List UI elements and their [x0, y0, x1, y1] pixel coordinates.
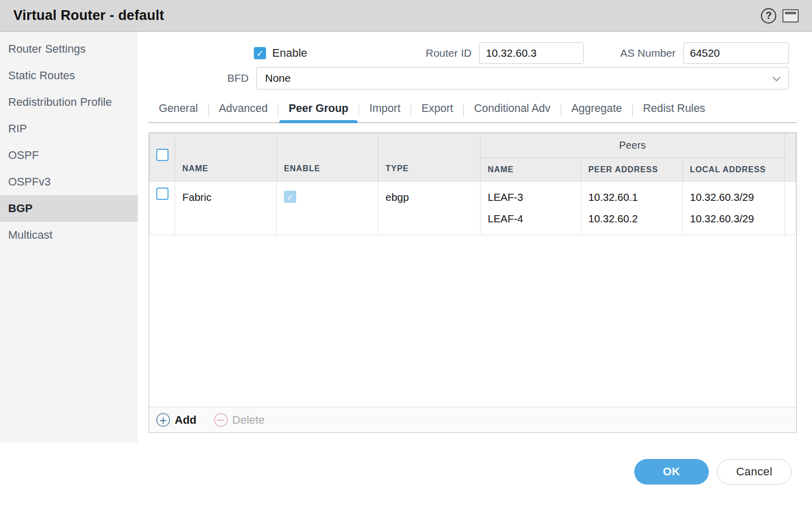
- tab-peer-group[interactable]: Peer Group: [278, 102, 359, 122]
- chevron-down-icon: [773, 74, 781, 82]
- cancel-button[interactable]: Cancel: [717, 459, 792, 485]
- sidebar-item-bgp[interactable]: BGP: [0, 195, 138, 222]
- peer-name: LEAF-3: [488, 187, 581, 208]
- select-all-checkbox[interactable]: [156, 149, 169, 161]
- add-button[interactable]: + Add: [156, 413, 197, 427]
- tab-redist-rules[interactable]: Redist Rules: [633, 102, 715, 122]
- help-icon[interactable]: ?: [761, 8, 776, 24]
- peer-group-table: NAME ENABLE TYPE Peers NAME PEER ADDRESS…: [149, 133, 796, 235]
- sidebar-item-ospfv3[interactable]: OSPFv3: [0, 169, 138, 195]
- local-address: 10.32.60.3/29: [690, 187, 784, 208]
- page-title: Virtual Router - default: [13, 8, 164, 24]
- cell-local-addresses: 10.32.60.3/29 10.32.60.3/29: [683, 181, 785, 235]
- column-header-local-address[interactable]: LOCAL ADDRESS: [683, 158, 785, 181]
- tab-export[interactable]: Export: [411, 102, 463, 122]
- gutter-cell: [785, 181, 796, 235]
- sidebar-item-static-routes[interactable]: Static Routes: [0, 62, 138, 89]
- sidebar-item-ospf[interactable]: OSPF: [0, 142, 138, 169]
- plus-circle-icon: +: [156, 413, 170, 427]
- list-footer: + Add − Delete: [149, 407, 796, 432]
- enable-label: Enable: [272, 47, 307, 60]
- minus-circle-icon: −: [214, 413, 228, 427]
- cell-name: Fabric: [175, 181, 277, 235]
- router-id-input[interactable]: [479, 42, 584, 64]
- ok-button[interactable]: OK: [634, 459, 709, 485]
- column-header-peer-address[interactable]: PEER ADDRESS: [581, 158, 683, 181]
- row-select-checkbox[interactable]: [156, 188, 169, 200]
- peer-address: 10.32.60.1: [588, 187, 682, 208]
- delete-button[interactable]: − Delete: [214, 413, 265, 427]
- peer-group-list: NAME ENABLE TYPE Peers NAME PEER ADDRESS…: [149, 132, 797, 433]
- sidebar-item-rip[interactable]: RIP: [0, 116, 138, 142]
- bfd-label: BFD: [149, 72, 249, 84]
- peer-address: 10.32.60.2: [588, 208, 682, 229]
- bgp-tabbar: General Advanced Peer Group Import Expor…: [149, 100, 797, 123]
- dialog-actions: OK Cancel: [634, 459, 792, 485]
- cell-peer-names: LEAF-3 LEAF-4: [481, 181, 581, 235]
- sidebar: Router Settings Static Routes Redistribu…: [0, 32, 138, 443]
- sidebar-item-router-settings[interactable]: Router Settings: [0, 36, 138, 62]
- tab-general[interactable]: General: [149, 102, 208, 122]
- column-header-peer-name[interactable]: NAME: [481, 158, 581, 181]
- cell-type: ebgp: [378, 181, 481, 235]
- table-row[interactable]: Fabric ebgp LEAF-3 LEAF-4 10.32.60.1 10.…: [150, 181, 796, 235]
- peer-name: LEAF-4: [488, 208, 581, 229]
- bfd-selected-value: None: [265, 72, 291, 84]
- window-icon[interactable]: [782, 9, 799, 22]
- bgp-panel: Enable Router ID AS Number BFD None Gene…: [138, 32, 812, 505]
- column-header-enable[interactable]: ENABLE: [277, 133, 378, 181]
- column-group-peers: Peers: [481, 133, 785, 158]
- tab-advanced[interactable]: Advanced: [209, 102, 278, 122]
- as-number-input[interactable]: [683, 42, 789, 64]
- as-number-label: AS Number: [620, 47, 676, 59]
- row-enable-checkbox: [284, 191, 296, 203]
- tab-import[interactable]: Import: [359, 102, 411, 122]
- cell-enable: [277, 181, 378, 235]
- column-header-type[interactable]: TYPE: [378, 133, 481, 181]
- bfd-select[interactable]: None: [256, 67, 789, 89]
- scrollbar-gutter: [785, 133, 796, 181]
- empty-list-area: [149, 235, 796, 407]
- router-id-label: Router ID: [426, 47, 472, 59]
- local-address: 10.32.60.3/29: [690, 208, 784, 229]
- tab-conditional-adv[interactable]: Conditional Adv: [464, 102, 560, 122]
- cell-peer-addresses: 10.32.60.1 10.32.60.2: [581, 181, 683, 235]
- sidebar-item-redistribution-profile[interactable]: Redistribution Profile: [0, 89, 138, 116]
- column-header-name[interactable]: NAME: [175, 133, 277, 181]
- sidebar-item-multicast[interactable]: Multicast: [0, 222, 138, 248]
- tab-aggregate[interactable]: Aggregate: [561, 102, 632, 122]
- enable-checkbox[interactable]: [254, 47, 266, 59]
- dialog-titlebar: Virtual Router - default ?: [0, 0, 812, 32]
